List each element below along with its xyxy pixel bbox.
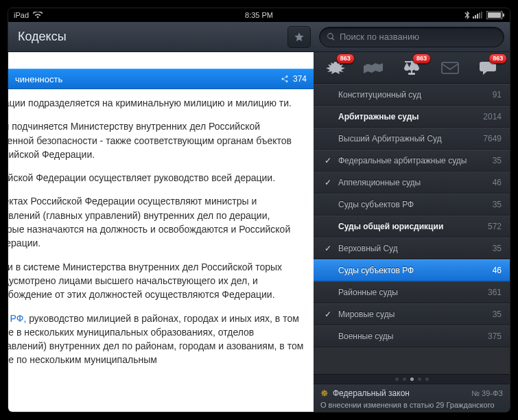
svg-rect-1 <box>475 15 476 19</box>
law-type: Федеральный закон <box>333 388 410 398</box>
device-frame: iPad 8:35 PM Кодексы чиненность 374 <box>8 8 510 412</box>
court-list[interactable]: Конституционный суд91Арбитражные суды201… <box>314 84 510 374</box>
mail-icon <box>441 62 459 74</box>
court-list-count: 2014 <box>483 112 502 121</box>
court-list-label: Военные суды <box>338 331 484 341</box>
search-input[interactable]: Поиск по названию <box>319 27 504 47</box>
svg-rect-3 <box>479 13 480 19</box>
share-icon <box>281 75 289 83</box>
battery-icon <box>486 11 504 19</box>
related-law[interactable]: ✵ Федеральный закон № 39-ФЗ О внесении и… <box>314 384 510 412</box>
document-paragraph: 9 УК РФ, руководство милицией в районах,… <box>8 312 304 367</box>
court-list-count: 7649 <box>483 134 502 143</box>
map-icon <box>363 62 384 74</box>
eagle-small-icon: ✵ <box>320 388 329 398</box>
court-list-label: Мировые суды <box>338 310 488 319</box>
court-list-count: 361 <box>488 288 502 297</box>
tab-scales[interactable]: 863 <box>397 55 427 81</box>
court-list-count: 91 <box>493 90 502 100</box>
court-list-item[interactable]: ✓Мировые суды35 <box>314 303 510 325</box>
court-list-item[interactable]: Конституционный суд91 <box>314 84 510 106</box>
svg-rect-0 <box>473 16 474 19</box>
court-list-count: 375 <box>488 331 502 341</box>
star-icon <box>294 32 305 43</box>
svg-rect-8 <box>411 62 412 73</box>
svg-rect-9 <box>408 73 415 75</box>
device-label: iPad <box>14 11 29 19</box>
svg-rect-2 <box>477 14 478 19</box>
document-pane: Кодексы чиненность 374 дерации подраздел… <box>8 22 314 412</box>
court-list-item[interactable]: Военные суды375 <box>314 325 510 347</box>
tab-bar: 863 863 863 <box>314 52 510 84</box>
law-subtitle: О внесении изменения в статью 29 Граждан… <box>320 401 503 409</box>
check-icon: ✓ <box>322 178 334 187</box>
court-list-item[interactable]: ✓Федеральные арбитражные суды35 <box>314 150 510 172</box>
court-list-label: Суды общей юрисдикции <box>338 222 484 231</box>
document-body[interactable]: дерации подразделяется на криминальную м… <box>8 89 314 412</box>
page-dots[interactable] <box>314 374 510 384</box>
law-link[interactable]: 9 УК РФ, <box>8 313 29 324</box>
court-list-count: 35 <box>493 200 502 209</box>
badge-count: 863 <box>412 54 431 65</box>
tab-eagle[interactable]: 863 <box>320 55 351 81</box>
section-header[interactable]: чиненность 374 <box>8 69 314 89</box>
court-list-item[interactable]: Суды субъектов РФ46 <box>314 259 510 281</box>
search-icon <box>327 32 335 41</box>
badge-count: 863 <box>488 54 507 65</box>
svg-rect-7 <box>503 14 504 17</box>
court-list-item[interactable]: ✓Верховный Суд35 <box>314 237 510 259</box>
court-list-count: 35 <box>493 310 502 319</box>
search-placeholder: Поиск по названию <box>340 32 419 42</box>
svg-rect-10 <box>442 62 458 73</box>
page-title: Кодексы <box>18 30 67 44</box>
court-list-item[interactable]: Районные суды361 <box>314 281 510 303</box>
check-icon: ✓ <box>322 156 334 165</box>
check-icon: ✓ <box>322 310 334 319</box>
svg-rect-6 <box>488 12 501 18</box>
court-list-label: Районные суды <box>338 288 484 297</box>
tab-mail[interactable] <box>435 55 465 81</box>
court-list-label: Аппеляционные суды <box>338 178 488 187</box>
court-list-item[interactable]: Высший Арбитражный Суд7649 <box>314 128 510 150</box>
court-list-label: Верховный Суд <box>338 244 488 253</box>
court-list-item[interactable]: ✓Аппеляционные суды46 <box>314 172 510 194</box>
signal-icon <box>473 12 484 19</box>
court-list-count: 35 <box>493 156 502 165</box>
document-paragraph: иция подчиняется Министерству внутренних… <box>8 119 304 161</box>
sidebar-pane: Поиск по названию 863 863 <box>314 22 510 412</box>
wifi-icon <box>33 12 43 19</box>
clock-label: 8:35 PM <box>245 11 273 19</box>
tab-map[interactable] <box>358 55 388 81</box>
document-paragraph: убъектах Российской Федерации осуществля… <box>8 194 304 250</box>
court-list-count: 35 <box>493 244 502 253</box>
bluetooth-icon <box>464 11 470 19</box>
document-header: Кодексы <box>8 22 314 52</box>
badge-count: 863 <box>336 54 355 65</box>
court-list-label: Федеральные арбитражные суды <box>338 156 488 165</box>
court-list-label: Конституционный суд <box>338 90 488 100</box>
law-number: № 39-ФЗ <box>471 389 503 397</box>
court-list-item[interactable]: Суды общей юрисдикции572 <box>314 215 510 237</box>
check-icon: ✓ <box>322 244 334 253</box>
court-list-label: Суды субъектов РФ <box>338 266 488 275</box>
search-bar: Поиск по названию <box>314 22 510 52</box>
court-list-label: Суды субъектов РФ <box>338 200 488 209</box>
court-list-count: 572 <box>488 222 502 231</box>
court-list-label: Высший Арбитражный Суд <box>338 134 479 143</box>
court-list-count: 46 <box>493 178 502 187</box>
tab-chat[interactable]: 863 <box>473 55 503 81</box>
court-list-label: Арбитражные суды <box>338 112 479 121</box>
document-paragraph: ности в системе Министерства внутренних … <box>8 260 304 302</box>
section-title: чиненность <box>15 74 62 84</box>
document-paragraph: оссийской Федерации осуществляет руковод… <box>8 171 304 185</box>
court-list-item[interactable]: Суды субъектов РФ35 <box>314 194 510 215</box>
section-count: 374 <box>293 74 307 84</box>
status-bar: iPad 8:35 PM <box>8 8 510 22</box>
court-list-item[interactable]: Арбитражные суды2014 <box>314 106 510 128</box>
court-list-count: 46 <box>493 266 502 275</box>
favorite-button[interactable] <box>287 26 311 48</box>
svg-rect-4 <box>481 12 482 19</box>
document-paragraph: дерации подразделяется на криминальную м… <box>8 96 304 110</box>
